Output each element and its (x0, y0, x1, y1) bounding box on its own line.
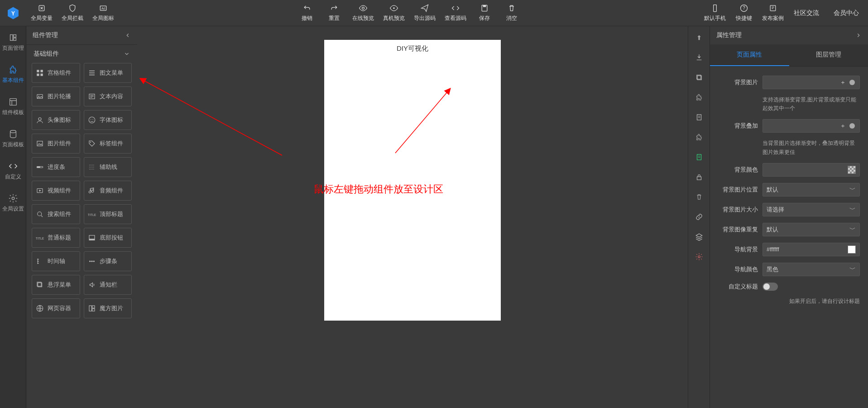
image-icon (36, 139, 44, 148)
component-图文菜单[interactable]: 图文菜单 (84, 63, 132, 83)
palette-icon[interactable] (849, 122, 856, 130)
会员中心-link[interactable]: 会员中心 (830, 9, 863, 17)
component-字体图标[interactable]: 字体图标 (84, 110, 132, 130)
web-icon (36, 304, 44, 312)
svg-text:TITLE: TITLE (36, 237, 44, 240)
bg-overlay-input[interactable]: ＋ (762, 119, 860, 133)
在线预览-button[interactable]: 在线预览 (351, 2, 375, 24)
导出源码-button[interactable]: 导出源码 (413, 2, 436, 24)
快捷键-button[interactable]: ?快捷键 (734, 2, 754, 24)
component-标签组件[interactable]: 标签组件 (84, 134, 132, 154)
gear-red-icon[interactable] (695, 253, 703, 261)
puzzle-icon[interactable] (695, 93, 703, 101)
ad-icon: Ad (99, 4, 108, 13)
component-普通标题[interactable]: TITLE普通标题 (32, 228, 80, 248)
add-icon[interactable]: ＋ (840, 78, 846, 86)
canvas-area[interactable]: DIY可视化 鼠标左键拖动组件放至设计区 (137, 26, 688, 408)
component-时间轴[interactable]: 时间轴 (32, 251, 80, 271)
bg-image-input[interactable]: ＋ (762, 76, 860, 89)
svg-rect-56 (697, 115, 701, 120)
custom-title-toggle[interactable] (762, 283, 778, 291)
component-视频组件[interactable]: 视频组件 (32, 181, 80, 201)
eye2-icon (389, 4, 398, 13)
bg-size-select[interactable]: 请选择﹀ (762, 203, 860, 216)
puzzle2-icon[interactable] (695, 133, 703, 141)
component-魔方图片[interactable]: 魔方图片 (84, 298, 132, 318)
palette-icon[interactable] (849, 79, 856, 86)
lock-icon[interactable] (695, 173, 703, 181)
tab-layer-manage[interactable]: 图层管理 (789, 44, 868, 66)
默认手机-button[interactable]: 默认手机 (703, 2, 727, 24)
top-icon[interactable] (695, 34, 703, 42)
panel-title[interactable]: 组件管理 (26, 26, 137, 44)
phone-icon (710, 4, 719, 13)
component-通知栏[interactable]: 通知栏 (84, 275, 132, 295)
component-图片轮播[interactable]: 图片轮播 (32, 86, 80, 106)
全局图标-button[interactable]: Ad全局图标 (91, 2, 115, 24)
svg-text:Y: Y (11, 10, 15, 17)
copy-icon[interactable] (695, 73, 703, 82)
全局变量-button[interactable]: 全局变量 (30, 2, 53, 24)
rail-页面模板[interactable]: 页面模板 (0, 123, 26, 155)
nav-bg-input[interactable]: #ffffff (762, 243, 860, 256)
bg-repeat-label: 背景图像重复 (718, 226, 758, 234)
社区交流-link[interactable]: 社区交流 (790, 9, 823, 17)
component-顶部标题[interactable]: TITLE顶部标题 (84, 204, 132, 224)
rail-页面管理[interactable]: 页面管理 (0, 26, 26, 58)
全局拦截-button[interactable]: 全局拦截 (61, 2, 84, 24)
component-进度条[interactable]: 进度条 (32, 157, 80, 177)
rail-自定义[interactable]: 自定义 (0, 155, 26, 187)
download-icon[interactable] (695, 53, 703, 62)
collapse-left-icon (125, 32, 131, 38)
note-green-icon[interactable] (695, 153, 703, 161)
发布案例-button[interactable]: 发布案例 (761, 2, 785, 24)
component-底部按钮[interactable]: 底部按钮 (84, 228, 132, 248)
nav-color-select[interactable]: 黑色﹀ (762, 263, 860, 276)
var-icon (37, 4, 46, 13)
svg-point-60 (849, 80, 855, 85)
component-辅助线[interactable]: 辅助线 (84, 157, 132, 177)
component-宫格组件[interactable]: 宫格组件 (32, 63, 80, 83)
rail-组件模板[interactable]: 组件模板 (0, 91, 26, 123)
layers-icon[interactable] (695, 233, 703, 241)
component-搜索组件[interactable]: 搜索组件 (32, 204, 80, 224)
查看源码-button[interactable]: 查看源码 (444, 2, 467, 24)
progress-icon (36, 163, 44, 171)
send-icon (420, 4, 429, 13)
steps-icon (88, 257, 96, 265)
canvas-page-title: DIY可视化 (397, 44, 428, 52)
link-icon[interactable] (695, 213, 703, 221)
rail-全局设置[interactable]: 全局设置 (0, 187, 26, 219)
right-panel-title[interactable]: 属性管理 (710, 26, 868, 44)
shield-icon (68, 4, 77, 13)
svg-rect-8 (483, 5, 486, 7)
text-icon (88, 92, 96, 101)
重置-button[interactable]: 重置 (324, 2, 344, 24)
add-icon[interactable]: ＋ (840, 122, 846, 130)
phone-canvas[interactable]: DIY可视化 (324, 40, 501, 321)
tab-page-props[interactable]: 页面属性 (710, 44, 789, 66)
bg-pos-select[interactable]: 默认﹀ (762, 183, 860, 197)
component-图片组件[interactable]: 图片组件 (32, 134, 80, 154)
bg-overlay-label: 背景叠加 (718, 122, 758, 130)
svg-point-59 (698, 256, 700, 258)
消空-button[interactable]: 消空 (502, 2, 522, 24)
真机预览-button[interactable]: 真机预览 (382, 2, 406, 24)
trash-icon[interactable] (695, 193, 703, 201)
bg-repeat-select[interactable]: 默认﹀ (762, 223, 860, 236)
logo: Y (5, 5, 21, 21)
svg-point-27 (89, 117, 95, 123)
component-头像图标[interactable]: 头像图标 (32, 110, 80, 130)
component-音频组件[interactable]: 音频组件 (84, 181, 132, 201)
component-悬浮菜单[interactable]: 悬浮菜单 (32, 275, 80, 295)
保存-button[interactable]: 保存 (475, 2, 494, 24)
撤销-button[interactable]: 撤销 (297, 2, 317, 24)
bg-color-input[interactable] (762, 163, 860, 177)
rail-基本组件[interactable]: 基本组件 (0, 58, 26, 91)
component-文本内容[interactable]: 文本内容 (84, 86, 132, 106)
timeline-icon (36, 257, 44, 265)
component-步骤条[interactable]: 步骤条 (84, 251, 132, 271)
component-网页容器[interactable]: 网页容器 (32, 298, 80, 318)
doc-icon[interactable] (695, 113, 703, 121)
section-title[interactable]: 基础组件 (30, 45, 134, 63)
